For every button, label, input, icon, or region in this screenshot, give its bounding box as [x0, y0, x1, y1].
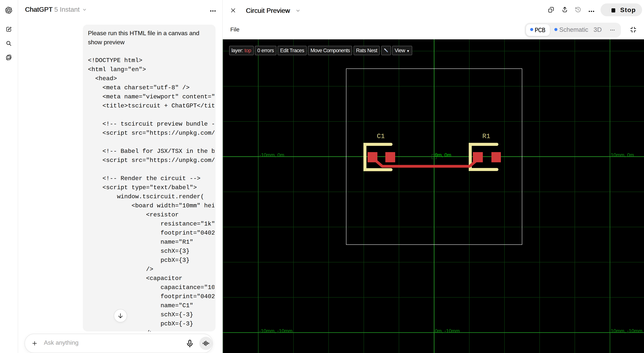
svg-text:10mm, 0m: 10mm, 0m	[611, 152, 634, 158]
svg-text:-10mm, -10mm: -10mm, -10mm	[259, 328, 292, 334]
svg-text:10mm, -10mm: 10mm, -10mm	[611, 328, 642, 334]
svg-text:0m, -10mm: 0m, -10mm	[435, 328, 460, 334]
svg-text:R1: R1	[482, 133, 490, 140]
svg-text:C1: C1	[377, 133, 385, 140]
svg-text:0m, 0m: 0m, 0m	[435, 152, 451, 158]
svg-text:-10mm, 0m: -10mm, 0m	[260, 152, 284, 158]
